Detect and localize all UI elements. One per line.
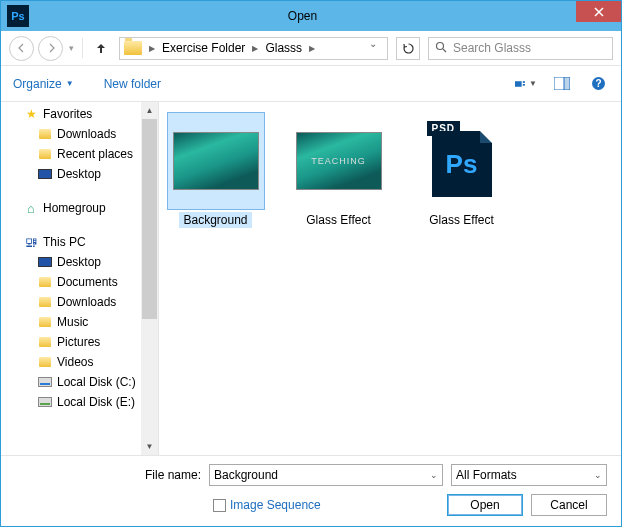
chevron-right-icon[interactable]: ▶ bbox=[146, 44, 158, 53]
filename-input[interactable]: Background ⌄ bbox=[209, 464, 443, 486]
separator bbox=[82, 38, 83, 58]
breadcrumb-seg-1[interactable]: Exercise Folder bbox=[158, 41, 249, 55]
chevron-down-icon[interactable]: ⌄ bbox=[594, 470, 602, 480]
forward-button[interactable] bbox=[38, 36, 63, 61]
svg-rect-5 bbox=[564, 77, 570, 90]
filename-value: Background bbox=[214, 468, 278, 482]
refresh-icon bbox=[402, 42, 415, 55]
pc-icon: 🖳 bbox=[23, 235, 39, 249]
help-button[interactable]: ? bbox=[587, 75, 609, 93]
tree-homegroup[interactable]: ⌂ Homegroup bbox=[1, 198, 142, 218]
open-dialog: Ps Open ▾ ▶ Exercise Folder ▶ Glasss ▶ ⌄ bbox=[0, 0, 622, 527]
tree-label: Downloads bbox=[57, 127, 116, 141]
open-button[interactable]: Open bbox=[447, 494, 523, 516]
cancel-button[interactable]: Cancel bbox=[531, 494, 607, 516]
tree-label: Homegroup bbox=[43, 201, 106, 215]
search-placeholder: Search Glasss bbox=[453, 41, 531, 55]
tree-recent[interactable]: Recent places bbox=[1, 144, 142, 164]
titlebar[interactable]: Ps Open bbox=[1, 1, 621, 31]
tree-music[interactable]: Music bbox=[1, 312, 142, 332]
organize-menu[interactable]: Organize bbox=[13, 77, 62, 91]
folder-icon bbox=[39, 357, 51, 367]
history-dropdown[interactable]: ▾ bbox=[69, 43, 74, 53]
refresh-button[interactable] bbox=[396, 37, 420, 60]
desktop-icon bbox=[38, 257, 52, 267]
desktop-icon bbox=[38, 169, 52, 179]
file-label: Glass Effect bbox=[302, 212, 374, 228]
tree-label: Music bbox=[57, 315, 88, 329]
close-icon bbox=[594, 7, 604, 17]
view-options-button[interactable]: ▼ bbox=[515, 75, 537, 93]
file-thumbnail bbox=[167, 112, 265, 210]
tree-label: Desktop bbox=[57, 255, 101, 269]
tree-local-c[interactable]: Local Disk (C:) bbox=[1, 372, 142, 392]
checkbox-icon bbox=[213, 499, 226, 512]
close-button[interactable] bbox=[576, 1, 621, 22]
folder-icon bbox=[124, 41, 142, 55]
sidebar-scrollbar[interactable]: ▲ ▼ bbox=[141, 102, 158, 455]
window-title: Open bbox=[29, 9, 576, 23]
tree-thispc[interactable]: 🖳 This PC bbox=[1, 232, 142, 252]
scroll-down-arrow[interactable]: ▼ bbox=[141, 438, 158, 455]
folder-icon bbox=[39, 149, 51, 159]
chevron-down-icon[interactable]: ▼ bbox=[66, 79, 74, 88]
tree-videos[interactable]: Videos bbox=[1, 352, 142, 372]
tree-label: This PC bbox=[43, 235, 86, 249]
file-item[interactable]: Background bbox=[163, 112, 268, 228]
folder-icon bbox=[39, 277, 51, 287]
image-sequence-checkbox[interactable]: Image Sequence bbox=[213, 498, 321, 512]
tree-local-e[interactable]: Local Disk (E:) bbox=[1, 392, 142, 412]
tree-label: Local Disk (C:) bbox=[57, 375, 136, 389]
file-thumbnail: TEACHING bbox=[290, 112, 388, 210]
scroll-up-arrow[interactable]: ▲ bbox=[141, 102, 158, 119]
new-folder-button[interactable]: New folder bbox=[104, 77, 161, 91]
path-history-dropdown[interactable]: ⌄ bbox=[369, 38, 387, 59]
nav-tree: ★ Favorites Downloads Recent places Desk… bbox=[1, 102, 142, 414]
tree-pictures[interactable]: Pictures bbox=[1, 332, 142, 352]
chevron-right-icon[interactable]: ▶ bbox=[249, 44, 261, 53]
checkbox-label: Image Sequence bbox=[230, 498, 321, 512]
address-bar[interactable]: ▶ Exercise Folder ▶ Glasss ▶ ⌄ bbox=[119, 37, 388, 60]
tree-label: Downloads bbox=[57, 295, 116, 309]
arrow-right-icon bbox=[46, 43, 56, 53]
tree-favorites[interactable]: ★ Favorites bbox=[1, 104, 142, 124]
homegroup-icon: ⌂ bbox=[23, 201, 39, 215]
sidebar: ★ Favorites Downloads Recent places Desk… bbox=[1, 102, 159, 455]
svg-rect-2 bbox=[523, 81, 525, 83]
tree-pc-desktop[interactable]: Desktop bbox=[1, 252, 142, 272]
preview-pane-button[interactable] bbox=[551, 75, 573, 93]
help-icon: ? bbox=[591, 76, 606, 91]
svg-point-0 bbox=[437, 42, 444, 49]
chevron-down-icon[interactable]: ⌄ bbox=[430, 470, 438, 480]
svg-text:?: ? bbox=[595, 78, 601, 89]
arrow-left-icon bbox=[17, 43, 27, 53]
tree-downloads[interactable]: Downloads bbox=[1, 124, 142, 144]
image-thumbnail bbox=[173, 132, 259, 190]
chevron-right-icon[interactable]: ▶ bbox=[306, 44, 318, 53]
back-button[interactable] bbox=[9, 36, 34, 61]
file-item[interactable]: TEACHING Glass Effect bbox=[286, 112, 391, 228]
scroll-thumb[interactable] bbox=[142, 119, 157, 319]
footer: File name: Background ⌄ All Formats ⌄ Im… bbox=[1, 455, 621, 526]
star-icon: ★ bbox=[23, 107, 39, 121]
tree-label: Favorites bbox=[43, 107, 92, 121]
folder-icon bbox=[39, 317, 51, 327]
file-pane[interactable]: Background TEACHING Glass Effect PSD Ps … bbox=[159, 102, 621, 455]
tree-documents[interactable]: Documents bbox=[1, 272, 142, 292]
tree-label: Documents bbox=[57, 275, 118, 289]
search-icon bbox=[435, 41, 447, 56]
breadcrumb-seg-2[interactable]: Glasss bbox=[261, 41, 306, 55]
format-select[interactable]: All Formats ⌄ bbox=[451, 464, 607, 486]
search-input[interactable]: Search Glasss bbox=[428, 37, 613, 60]
tree-pc-downloads[interactable]: Downloads bbox=[1, 292, 142, 312]
disk-icon bbox=[38, 397, 52, 407]
tree-desktop[interactable]: Desktop bbox=[1, 164, 142, 184]
thumbnails-icon bbox=[515, 77, 526, 91]
up-button[interactable] bbox=[91, 38, 111, 58]
file-item[interactable]: PSD Ps Glass Effect bbox=[409, 112, 514, 228]
disk-icon bbox=[38, 377, 52, 387]
filename-label: File name: bbox=[15, 468, 201, 482]
folder-icon bbox=[39, 129, 51, 139]
tree-label: Local Disk (E:) bbox=[57, 395, 135, 409]
arrow-up-icon bbox=[95, 42, 107, 54]
